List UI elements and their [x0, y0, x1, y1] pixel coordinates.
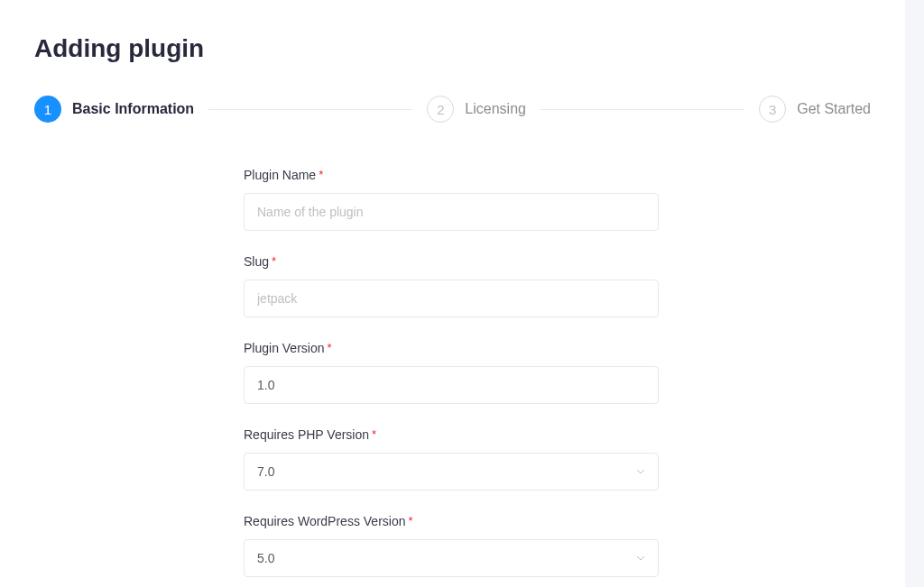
label-php-version: Requires PHP Version	[244, 427, 369, 442]
required-asterisk: *	[328, 341, 332, 354]
label-plugin-name: Plugin Name	[244, 168, 316, 182]
form-group-plugin-name: Plugin Name *	[244, 168, 659, 231]
slug-input[interactable]	[244, 280, 659, 317]
label-row: Requires WordPress Version *	[244, 514, 659, 528]
form-area: Plugin Name * Slug * Plugin Version * Re…	[244, 168, 659, 577]
step-label-2: Licensing	[465, 101, 526, 117]
chevron-down-icon	[636, 469, 645, 474]
form-card: Adding plugin 1 Basic Information 2 Lice…	[0, 0, 905, 587]
label-row: Plugin Version *	[244, 341, 659, 355]
label-wp-version: Requires WordPress Version	[244, 514, 405, 528]
required-asterisk: *	[272, 254, 276, 268]
php-version-value: 7.0	[257, 464, 274, 479]
plugin-name-input[interactable]	[244, 193, 659, 231]
label-row: Requires PHP Version *	[244, 427, 659, 442]
label-plugin-version: Plugin Version	[244, 341, 325, 355]
form-group-wp-version: Requires WordPress Version * 5.0	[244, 514, 659, 577]
stepper: 1 Basic Information 2 Licensing 3 Get St…	[34, 96, 871, 123]
step-circle-1: 1	[34, 96, 61, 123]
step-basic-information[interactable]: 1 Basic Information	[34, 96, 194, 123]
step-get-started[interactable]: 3 Get Started	[759, 96, 871, 123]
step-label-3: Get Started	[797, 101, 871, 117]
wp-version-value: 5.0	[257, 551, 274, 565]
step-circle-3: 3	[759, 96, 786, 123]
php-version-select[interactable]: 7.0	[244, 453, 659, 491]
plugin-version-input[interactable]	[244, 366, 659, 404]
required-asterisk: *	[372, 427, 376, 441]
step-connector	[541, 109, 744, 110]
form-group-php-version: Requires PHP Version * 7.0	[244, 427, 659, 491]
step-connector	[208, 109, 412, 110]
label-slug: Slug	[244, 254, 269, 269]
label-row: Plugin Name *	[244, 168, 659, 182]
step-circle-2: 2	[427, 96, 454, 123]
wp-version-select[interactable]: 5.0	[244, 539, 659, 577]
form-group-plugin-version: Plugin Version *	[244, 341, 659, 404]
step-label-1: Basic Information	[72, 101, 194, 117]
required-asterisk: *	[319, 168, 323, 181]
chevron-down-icon	[636, 555, 645, 561]
form-group-slug: Slug *	[244, 254, 659, 317]
required-asterisk: *	[408, 514, 412, 527]
step-licensing[interactable]: 2 Licensing	[427, 96, 526, 123]
page-title: Adding plugin	[34, 34, 871, 63]
label-row: Slug *	[244, 254, 659, 269]
